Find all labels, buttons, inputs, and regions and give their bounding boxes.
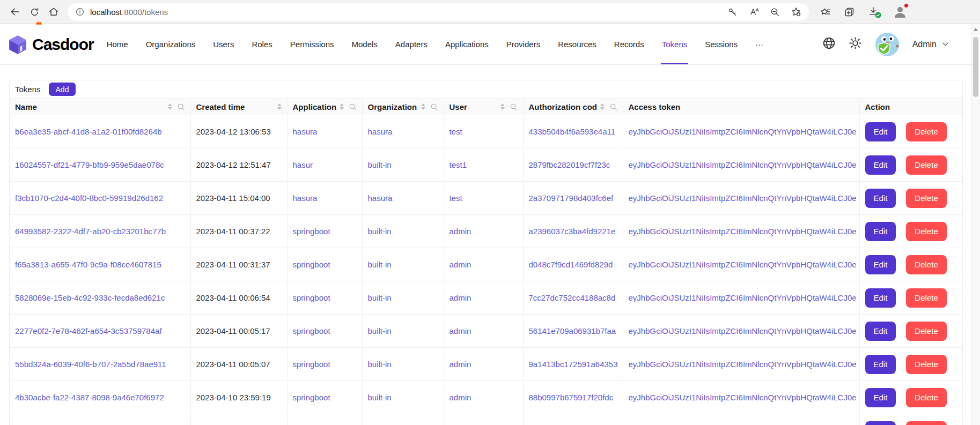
token-name-link[interactable]: 55bd324a-6039-40f6-b707-2a55d78ae911 [15,360,166,369]
url-text[interactable]: localhost:8000/tokens [90,8,168,17]
search-icon[interactable] [609,103,617,111]
token-name-link[interactable]: 5828069e-15eb-4c92-933c-fecda8ed621c [15,293,165,302]
application-link[interactable]: springboot [293,260,330,269]
user-avatar[interactable] [875,32,900,57]
delete-button[interactable]: Delete [906,421,946,425]
edit-button[interactable]: Edit [865,222,896,241]
nav-item-organizations[interactable]: Organizations [146,24,196,64]
delete-button[interactable]: Delete [906,288,946,308]
home-button[interactable] [44,2,63,21]
column-header[interactable]: Authorization code [523,99,623,115]
sort-icon[interactable] [340,103,344,110]
delete-button[interactable]: Delete [906,155,946,175]
edit-button[interactable]: Edit [865,322,896,341]
token-name-link[interactable]: f3cb1070-c2d4-40f0-8bc0-59919d26d162 [15,193,163,203]
refresh-button[interactable] [25,2,44,21]
sort-icon[interactable] [168,103,172,110]
organization-link[interactable]: hasura [368,127,393,136]
edit-button[interactable]: Edit [865,421,896,425]
application-link[interactable]: springboot [293,227,330,236]
organization-link[interactable]: built-in [368,326,392,335]
token-name-link[interactable]: 4b30acbe-fa22-4387-8098-9a46e70f6972 [15,393,164,402]
column-header[interactable]: Application [287,99,362,115]
nav-item-applications[interactable]: Applications [445,24,489,64]
sort-icon[interactable] [277,103,282,110]
column-header[interactable]: Created time [190,99,287,115]
token-name-link[interactable]: 2277e0f2-7e78-462f-a654-3c53759784af [15,326,162,335]
token-name-link[interactable]: b6ea3e35-abcf-41d8-a1a2-01f00fd8264b [15,127,162,136]
column-header[interactable]: Action [859,99,962,115]
site-info-icon[interactable] [75,7,85,17]
nav-item-more[interactable]: ··· [755,24,763,64]
organization-link[interactable]: built-in [368,360,392,369]
organization-link[interactable]: built-in [368,227,392,236]
casdoor-brand[interactable]: Casdoor [8,34,94,55]
delete-button[interactable]: Delete [906,355,946,374]
password-key-icon[interactable] [727,7,738,17]
token-name-link[interactable]: 64993582-2322-4df7-ab20-cb23201bc77b [15,227,166,236]
organization-link[interactable]: hasura [368,193,393,203]
nav-item-roles[interactable]: Roles [252,24,272,64]
column-header[interactable]: Organization [362,99,444,115]
edit-button[interactable]: Edit [865,388,896,407]
delete-button[interactable]: Delete [906,255,946,274]
organization-link[interactable]: built-in [368,293,392,302]
nav-item-providers[interactable]: Providers [506,24,540,64]
delete-button[interactable]: Delete [906,189,946,208]
browser-profile-button[interactable] [893,4,908,19]
nav-item-resources[interactable]: Resources [558,24,596,64]
user-link[interactable]: admin [450,393,471,402]
scrollbar-up-arrow[interactable] [974,28,978,31]
delete-button[interactable]: Delete [906,388,946,407]
sort-icon[interactable] [600,103,605,110]
theme-toggle-button[interactable] [849,36,862,52]
add-button[interactable]: Add [49,83,76,96]
search-icon[interactable] [177,103,185,111]
collections-icon[interactable] [844,6,855,18]
edit-button[interactable]: Edit [865,255,896,274]
nav-item-sessions[interactable]: Sessions [705,24,738,64]
user-link[interactable]: test [450,127,462,136]
search-icon[interactable] [510,103,518,111]
organization-link[interactable]: built-in [368,160,392,169]
search-icon[interactable] [349,103,357,111]
nav-item-permissions[interactable]: Permissions [290,24,334,64]
nav-item-home[interactable]: Home [107,24,128,64]
application-link[interactable]: springboot [293,360,330,369]
user-link[interactable]: test1 [450,160,467,169]
user-link[interactable]: admin [450,293,471,302]
column-header[interactable]: Name [10,99,190,115]
page-scrollbar[interactable] [971,24,980,425]
search-icon[interactable] [430,103,438,111]
application-link[interactable]: springboot [293,393,330,402]
edit-button[interactable]: Edit [865,155,896,175]
edit-button[interactable]: Edit [865,189,896,208]
delete-button[interactable]: Delete [906,222,946,241]
column-header[interactable]: User [444,99,523,115]
organization-link[interactable]: built-in [368,393,392,402]
sort-icon[interactable] [421,103,425,110]
edit-button[interactable]: Edit [865,288,896,308]
address-bar[interactable]: localhost:8000/tokens [68,3,809,21]
read-aloud-icon[interactable] [748,6,759,17]
application-link[interactable]: springboot [293,293,330,302]
edit-button[interactable]: Edit [865,122,896,141]
application-link[interactable]: hasura [293,193,318,203]
token-name-link[interactable]: 16024557-df21-4779-bfb9-959e5dae078c [15,160,164,169]
account-menu[interactable]: Admin [912,40,949,49]
add-favorite-icon[interactable] [791,6,801,17]
nav-item-users[interactable]: Users [213,24,234,64]
application-link[interactable]: hasur [293,160,313,169]
nav-item-models[interactable]: Models [351,24,377,64]
nav-item-records[interactable]: Records [614,24,644,64]
sort-icon[interactable] [500,103,505,110]
user-link[interactable]: admin [450,360,471,369]
user-link[interactable]: test [450,193,462,203]
user-link[interactable]: admin [450,326,471,335]
token-name-link[interactable]: f65a3813-a655-47f0-9c9a-f08ce4607815 [15,260,161,269]
edit-button[interactable]: Edit [865,355,896,374]
nav-item-adapters[interactable]: Adapters [395,24,428,64]
organization-link[interactable]: built-in [368,260,392,269]
downloads-button[interactable] [868,6,880,18]
favorites-icon[interactable] [820,6,831,18]
